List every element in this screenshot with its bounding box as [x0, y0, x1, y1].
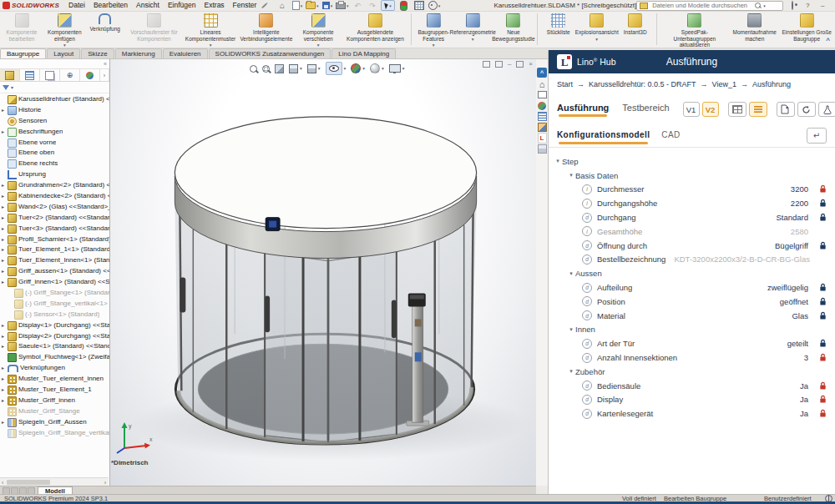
test-flask-button[interactable]	[818, 102, 835, 117]
expand-arrow[interactable]: ▸	[2, 385, 8, 396]
view-palette-icon[interactable]	[538, 123, 547, 132]
orientation-cube-icon[interactable]: ▾	[289, 64, 302, 73]
tree-item[interactable]: ▸Tuer_Element_1<1> (Standard) <<St	[2, 244, 109, 255]
expand-arrow[interactable]: ▸	[2, 341, 8, 352]
expand-arrow[interactable]: ▸	[2, 224, 8, 234]
tab-configuration-manager[interactable]	[40, 69, 60, 81]
config-row-bediensaeule[interactable]: d Bediensäule Ja	[549, 379, 835, 393]
zoom-area-icon[interactable]	[262, 65, 270, 73]
save-icon[interactable]: ▾	[321, 1, 333, 10]
reference-geometry-button[interactable]: Referenzgeometrie ▾	[453, 12, 492, 42]
tree-item[interactable]: ▸Griff_aussen<1> (Standard) <<Stan	[2, 266, 109, 277]
move-component-button[interactable]: Komponente verschieben ▾	[296, 12, 342, 48]
lock-icon[interactable]	[808, 283, 835, 292]
tree-item[interactable]: ▸Spiegeln_Griff_Aussen	[2, 417, 109, 428]
config-row-aufteilung[interactable]: d Aufteilung zweiflügelig	[549, 280, 835, 295]
tab-dimxpert[interactable]: ⊕	[60, 69, 80, 81]
tree-item[interactable]: Sensoren	[2, 116, 109, 127]
insert-components-button[interactable]: Komponenten einfügen ▾	[43, 12, 86, 48]
lock-icon[interactable]	[808, 339, 835, 348]
doc-window-icon[interactable]	[495, 61, 503, 68]
tree-item[interactable]: Ursprung	[2, 169, 109, 180]
tree-item-suppressed[interactable]: Muster_Griff_Stange	[2, 406, 109, 417]
speedpak-button[interactable]: SpeedPak-Unterbaugruppen aktualisieren	[659, 12, 731, 48]
doc-restore-icon[interactable]	[516, 61, 524, 68]
bom-button[interactable]: Stückliste	[539, 12, 578, 36]
ribbon-collapse-chevron-icon[interactable]: ^	[826, 37, 830, 44]
exploded-view-button[interactable]: Explosionsansicht ▾	[578, 12, 616, 42]
lock-icon[interactable]	[808, 353, 835, 362]
menu-einfuegen[interactable]: Einfügen	[164, 0, 200, 11]
appearances-icon[interactable]	[538, 101, 547, 110]
assembly-features-button[interactable]: Baugruppen-Features ▾	[413, 12, 453, 48]
tree-item[interactable]: Ebene oben	[2, 148, 109, 159]
revolving-door-model[interactable]	[109, 59, 536, 486]
config-row-bestellbezeichnung[interactable]: d Bestellbezeichnung KDT-3200x2200x3/2-B…	[549, 253, 835, 267]
config-row-anzahl-innensektionen[interactable]: d Anzahl Innensektionen 3	[549, 350, 835, 365]
new-document-icon[interactable]: ▾	[291, 1, 303, 10]
config-group-zubehoer[interactable]: ▾Zubehör	[549, 365, 835, 379]
tree-item[interactable]: ▸Tuer<2> (Standard) <<Standard>_A	[2, 213, 109, 224]
search-icon[interactable]	[755, 3, 761, 8]
lock-icon[interactable]	[808, 297, 835, 306]
login-icon[interactable]	[792, 1, 793, 10]
lock-icon[interactable]	[808, 395, 835, 404]
print-icon[interactable]: ▾	[336, 1, 348, 10]
lock-icon[interactable]	[808, 381, 835, 391]
smart-fasteners-button[interactable]: Intelligente Verbindungselemente	[237, 12, 296, 42]
config-row-oeffnung-durch[interactable]: d Öffnung durch Bügelgriff	[549, 239, 835, 253]
tree-item-suppressed[interactable]: Spiegeln_Griff_Stange_vertikal	[2, 428, 109, 439]
subtab-cad[interactable]: CAD	[661, 130, 680, 144]
expand-arrow[interactable]: ▸	[2, 277, 8, 288]
lock-icon[interactable]	[808, 199, 835, 208]
expand-arrow[interactable]: ▸	[2, 363, 8, 374]
tab-feature-tree[interactable]	[0, 69, 20, 81]
doc-minimize-icon[interactable]: –	[508, 60, 511, 68]
tree-item[interactable]: ▸Historie	[2, 105, 109, 116]
task-pane-expand-icon[interactable]: ^	[537, 68, 547, 78]
tree-item[interactable]: ▸Tuer<3> (Standard) <<Standard>_A	[2, 224, 109, 234]
tab-testbereich[interactable]: Testbereich	[622, 103, 669, 117]
config-row-durchgangshoehe[interactable]: i Durchgangshöhe 2200	[549, 196, 835, 210]
expand-arrow[interactable]: ▸	[2, 255, 8, 266]
section-view-icon[interactable]	[275, 64, 284, 73]
config-group-innen[interactable]: ▾Innen	[549, 323, 835, 337]
pin-menu-icon[interactable]	[262, 3, 269, 9]
config-row-art-der-tuer[interactable]: d Art der Tür geteilt	[549, 336, 835, 350]
chevron-down-icon[interactable]: ▾	[595, 37, 598, 42]
tab-display-manager[interactable]	[80, 69, 100, 81]
config-row-gesamthoehe[interactable]: i Gesamthöhe 2580	[549, 224, 835, 239]
tree-root[interactable]: Karusselldrehtuer (Standard) <Anzeigest	[2, 94, 109, 105]
options-gear-icon[interactable]: ▾	[428, 1, 440, 10]
display-style-icon[interactable]: ▾	[307, 64, 321, 73]
tree-item[interactable]: ▸Profil_Scharnier<1> (Standard) <<St	[2, 234, 109, 245]
expand-arrow[interactable]: ▸	[2, 191, 8, 202]
instant3d-button[interactable]: Instant3D	[616, 12, 655, 36]
tree-item[interactable]: ▸Muster_Tuer_element_innen	[2, 374, 109, 385]
tabs-overflow-arrow[interactable]: ›	[100, 69, 109, 81]
menu-extras[interactable]: Extras	[200, 0, 229, 11]
refresh-button[interactable]	[797, 102, 816, 117]
view-settings-monitor-icon[interactable]: ▾	[389, 64, 405, 73]
select-arrow-icon[interactable]: ▾	[381, 0, 395, 11]
config-row-position[interactable]: d Position geöffnet	[549, 295, 835, 309]
show-hidden-components-button[interactable]: Ausgeblendete Komponenten anzeigen	[342, 12, 410, 42]
config-row-display[interactable]: d Display Ja	[549, 393, 835, 407]
breadcrumb-view[interactable]: View_1	[712, 80, 736, 88]
tree-item-suppressed[interactable]: (-) Griff_Stange_vertikal<1> (Standa	[2, 299, 109, 310]
expand-arrow[interactable]: ▸	[2, 180, 8, 191]
v2-button[interactable]: V2	[702, 102, 719, 117]
expand-arrow[interactable]: ▸	[2, 320, 8, 331]
tree-item[interactable]: ▸Beschriftungen	[2, 127, 109, 138]
config-row-durchmesser[interactable]: i Durchmesser 3200	[549, 183, 835, 197]
v1-button[interactable]: V1	[683, 102, 700, 117]
table-view-button[interactable]	[728, 102, 746, 117]
tree-item[interactable]: ▸Kabinendecke<2> (Standard) <<Sta	[2, 191, 109, 202]
return-button[interactable]: ↵	[807, 128, 827, 144]
menu-datei[interactable]: Datei	[64, 0, 89, 11]
scene-sphere-icon[interactable]: ▾	[370, 63, 384, 73]
tree-item[interactable]: ▸Tuer_Element_Innen<1> (Standard)	[2, 255, 109, 266]
lock-icon[interactable]	[808, 213, 835, 222]
search-input[interactable]	[650, 1, 752, 10]
tree-filter[interactable]: ▾	[0, 82, 109, 93]
